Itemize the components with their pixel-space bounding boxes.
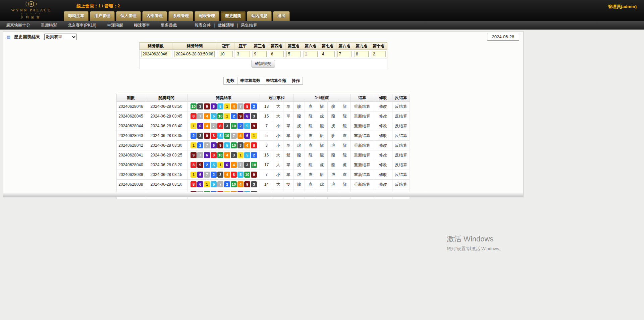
nav-item-4[interactable]: 內部管理 [142,11,167,21]
parity-cell: 雙 [283,180,293,189]
rank-4-input[interactable] [270,51,284,57]
size-cell: 大 [273,111,283,121]
subnav-game-5[interactable]: 極速賽車 [128,22,155,28]
subnav-tools: 報表合并|數據清理|采集结算 [192,22,260,28]
subnav-tool-1[interactable]: 報表合并 [192,22,214,28]
ball-8: 8 [211,133,217,139]
nav-item-6[interactable]: 報表管理 [195,11,219,21]
resettle-link[interactable]: 重新结算 [351,170,374,180]
resettle-link[interactable]: 重新结算 [351,141,374,150]
nav-item-1[interactable]: 即時注單 [64,11,89,21]
nav-item-5[interactable]: 系統管理 [168,11,193,21]
ball-6: 6 [197,172,203,178]
dragon-tiger-cell-1: 虎 [293,141,305,150]
time-input[interactable] [174,51,215,57]
issue-cell: 20240628046 [116,102,145,111]
rank-1-input[interactable] [219,51,233,57]
edit-link[interactable]: 修改 [374,102,392,111]
result-row: 202406280432024-06-28 03:35239851074615小… [116,131,410,141]
resettle-link[interactable]: 重新结算 [351,160,374,170]
nav-item-9[interactable]: 退出 [273,11,290,21]
ball-8: 8 [217,123,223,129]
subnav-game-4[interactable]: 幸運飛艇 [102,22,128,28]
form-column-header: 第三名 [251,43,268,50]
nav-item-2[interactable]: 用户管理 [90,11,115,21]
subnav-tool-3[interactable]: 采集结算 [238,22,260,28]
form-column-header: 第十名 [370,43,387,50]
nav-item-8[interactable]: 站內消息 [247,11,272,21]
form-column-header: 冠军 [217,43,234,50]
resettle-link[interactable]: 重新结算 [351,150,374,160]
dragon-tiger-cell-4: 龍 [328,102,339,111]
ball-3: 3 [251,181,257,187]
ball-3: 3 [224,123,230,129]
form-column-header: 開獎期數 [139,43,172,50]
draw-result-balls: 16478310259 [187,121,260,131]
ball-5: 5 [244,123,250,129]
logo-emblem-icon [24,1,38,7]
issue-input[interactable] [141,51,170,57]
date-picker[interactable]: 2024-06-28 [487,33,520,41]
reverse-settle-link[interactable]: 反结算 [392,141,410,150]
edit-link[interactable]: 修改 [374,170,392,180]
edit-link[interactable]: 修改 [374,160,392,170]
resettle-link[interactable]: 重新结算 [351,111,374,121]
subnav-game-2[interactable]: 重慶時彩 [36,22,62,28]
edit-link[interactable]: 修改 [374,141,392,150]
subnav-game-6[interactable]: 更多遊戲 [155,22,182,28]
reverse-settle-link[interactable]: 反结算 [392,102,410,111]
resettle-link[interactable]: 重新结算 [351,102,374,111]
rank-8-input[interactable] [337,51,352,57]
resettle-link[interactable]: 重新结算 [351,180,374,189]
rank-5-input[interactable] [286,51,301,57]
confirm-submit-button[interactable]: 確認提交 [252,60,275,67]
sum-cell: 15 [260,111,273,121]
dragon-tiger-cell-2: 虎 [305,170,316,180]
form-input-cell [302,50,319,58]
nav-item-3[interactable]: 個人管理 [116,11,141,21]
resettle-link[interactable]: 重新结算 [351,131,374,141]
reverse-settle-link[interactable]: 反结算 [392,121,410,131]
rank-2-input[interactable] [236,51,250,57]
subnav-game-1[interactable]: 廣東快樂十分 [1,22,36,28]
ball-5: 5 [211,162,217,168]
reverse-settle-link[interactable]: 反结算 [392,150,410,160]
content-panel: ▦ 歷史開獎結果 歡樂賽車 2024-06-28 開獎期數開獎時間冠军亚军第三名… [3,31,524,197]
nav-item-7[interactable]: 歷史開獎 [221,11,246,21]
subnav-game-3[interactable]: 北京賽車(PK10) [62,22,102,28]
pending-header-row: 期数未结算笔数未结算金额操作 [224,77,303,85]
edit-link[interactable]: 修改 [374,150,392,160]
dragon-tiger-cell-3: 龍 [316,102,328,111]
subnav-tool-2[interactable]: 數據清理 [215,22,237,28]
rank-9-input[interactable] [355,51,369,57]
subnav-games: 廣東快樂十分重慶時彩北京賽車(PK10)幸運飛艇極速賽車更多遊戲 [1,22,182,28]
ball-8: 8 [231,172,237,178]
edit-link[interactable]: 修改 [374,111,392,121]
results-column-header: 1-5龍虎 [293,94,351,102]
edit-link[interactable]: 修改 [374,180,392,189]
reverse-settle-link[interactable]: 反结算 [392,160,410,170]
reverse-settle-link[interactable]: 反结算 [392,180,410,189]
game-select[interactable]: 歡樂賽車 [44,34,77,40]
rank-6-input[interactable] [304,51,318,57]
draw-result-balls: 10396514782 [187,102,260,111]
reverse-settle-link[interactable]: 反结算 [392,111,410,121]
edit-link[interactable]: 修改 [374,131,392,141]
issue-cell: 20240628044 [116,121,145,131]
subnav: 廣東快樂十分重慶時彩北京賽車(PK10)幸運飛艇極速賽車更多遊戲 報表合并|數據… [0,21,644,30]
reverse-settle-link[interactable]: 反结算 [392,170,410,180]
dragon-tiger-cell-1: 龍 [293,150,305,160]
rank-10-input[interactable] [372,51,386,57]
form-input-cell [234,50,251,58]
rank-3-input[interactable] [253,51,267,57]
online-status: 線上會員：1 / 管理：2 [76,3,120,9]
resettle-link[interactable]: 重新结算 [351,121,374,131]
edit-link[interactable]: 修改 [374,121,392,131]
ball-3: 3 [251,113,257,119]
watermark-line2: 转到“设置”以激活 Windows。 [447,246,503,252]
reverse-settle-link[interactable]: 反结算 [392,131,410,141]
parity-cell: 單 [283,170,293,180]
rank-7-input[interactable] [321,51,335,57]
ball-1: 1 [191,123,197,129]
ball-6: 6 [197,123,203,129]
